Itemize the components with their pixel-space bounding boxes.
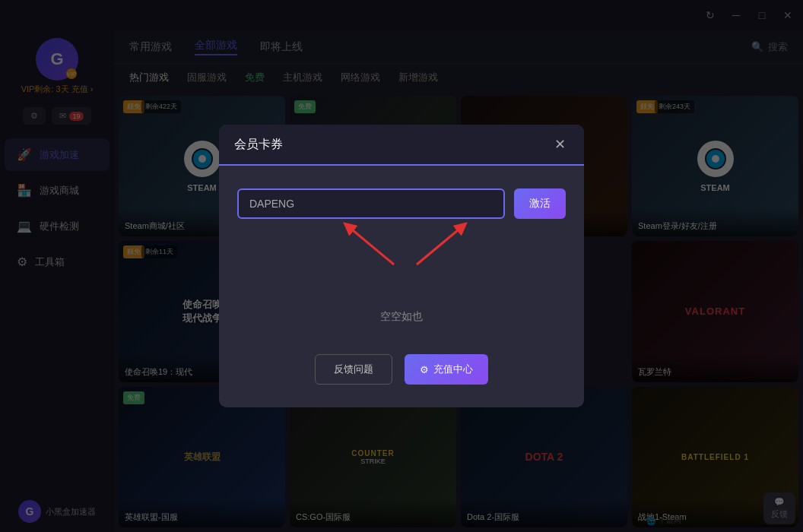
arrow-area [237, 242, 566, 287]
recharge-button[interactable]: ⚙ 充值中心 [405, 354, 488, 385]
modal-overlay: 会员卡券 ✕ 激活 [0, 0, 803, 532]
modal-body: 激活 [219, 166, 584, 407]
empty-text: 空空如也 [380, 310, 423, 322]
modal-close-btn[interactable]: ✕ [551, 135, 569, 154]
arrows-svg [272, 211, 531, 272]
recharge-label: 充值中心 [433, 363, 473, 376]
empty-state: 空空如也 [237, 295, 566, 347]
svg-line-6 [348, 226, 394, 264]
modal-title: 会员卡券 [234, 137, 283, 153]
modal-header: 会员卡券 ✕ [219, 125, 584, 166]
feedback-button[interactable]: 反馈问题 [315, 354, 392, 385]
recharge-icon: ⚙ [420, 364, 429, 375]
member-coupon-modal: 会员卡券 ✕ 激活 [219, 125, 584, 407]
modal-actions: 反馈问题 ⚙ 充值中心 [237, 354, 566, 385]
svg-line-7 [417, 226, 462, 264]
